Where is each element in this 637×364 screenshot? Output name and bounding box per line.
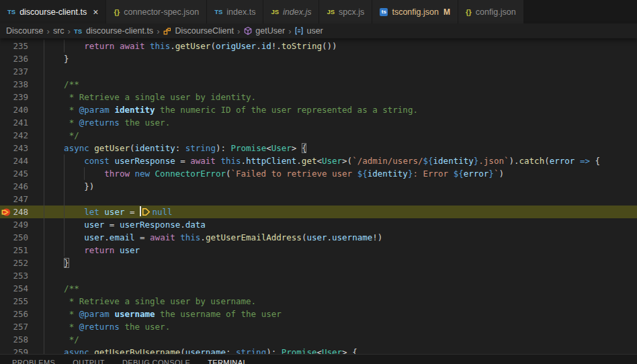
glyph-margin[interactable]	[0, 167, 12, 180]
line-number: 247	[12, 193, 28, 206]
glyph-margin[interactable]	[0, 40, 12, 52]
breadcrumb-label: Discourse	[6, 26, 44, 36]
json-file-icon: {}	[114, 8, 120, 16]
code-text: /**	[28, 282, 637, 295]
line-number: 238	[12, 78, 28, 91]
code-text: return user	[28, 244, 637, 257]
code-line: 254 /**	[0, 282, 637, 295]
glyph-margin[interactable]	[0, 295, 12, 308]
chevron-right-icon: ›	[47, 26, 50, 36]
tab-bar: TSdiscourse-client.ts×{}connector-spec.j…	[0, 0, 637, 24]
glyph-margin[interactable]	[0, 333, 12, 346]
indent-guide	[44, 257, 44, 269]
breadcrumb-item-discourseclient[interactable]: DiscourseClient	[163, 26, 234, 36]
tab-index-js[interactable]: JSindex.js	[263, 0, 319, 24]
tab-tsconfig-json[interactable]: tstsconfig.jsonM	[372, 0, 458, 24]
code-line: 252 }	[0, 257, 637, 269]
tab-spcx-js[interactable]: JSspcx.js	[319, 0, 372, 24]
indent-guide	[44, 218, 44, 231]
glyph-margin[interactable]	[0, 206, 12, 218]
js-file-icon: JS	[327, 8, 335, 15]
tab-connector-spec-json[interactable]: {}connector-spec.json	[106, 0, 207, 24]
line-number: 251	[12, 244, 28, 257]
glyph-margin[interactable]	[0, 142, 12, 154]
line-number: 246	[12, 180, 28, 193]
tab-config-json[interactable]: {}config.json	[458, 0, 524, 24]
glyph-margin[interactable]	[0, 193, 12, 206]
line-number: 256	[12, 308, 28, 320]
code-line: 248 let user = null	[0, 206, 637, 218]
breadcrumb-item-discourse[interactable]: Discourse	[6, 26, 44, 36]
code-text: * @returns the user.	[28, 116, 637, 129]
code-text: user = userResponse.data	[28, 218, 637, 231]
line-number: 248	[12, 206, 28, 218]
glyph-margin[interactable]	[0, 308, 12, 320]
glyph-margin[interactable]	[0, 282, 12, 295]
glyph-margin[interactable]	[0, 116, 12, 129]
js-file-icon: JS	[271, 8, 279, 15]
glyph-margin[interactable]	[0, 346, 12, 354]
indent-guide	[44, 65, 44, 78]
breadcrumb-item-getuser[interactable]: getUser	[243, 26, 285, 36]
indent-guide	[44, 206, 44, 218]
tab-index-ts[interactable]: TSindex.ts	[207, 0, 263, 24]
line-number: 258	[12, 333, 28, 346]
panel-tab-output[interactable]: OUTPUT	[73, 359, 105, 364]
line-number: 249	[12, 218, 28, 231]
tsconfig-file-icon: ts	[380, 8, 388, 16]
indent-guide	[64, 193, 65, 206]
indent-guide	[44, 320, 44, 333]
indent-guide	[84, 167, 85, 180]
close-tab-icon[interactable]: ×	[93, 7, 98, 17]
bottom-panel: PROBLEMSOUTPUTDEBUG CONSOLETERMINAL	[0, 354, 637, 364]
tab-label: index.js	[283, 7, 311, 17]
modified-badge: M	[443, 7, 450, 17]
breadcrumb-item-src[interactable]: src	[53, 26, 65, 36]
line-number: 237	[12, 65, 28, 78]
line-number: 252	[12, 257, 28, 269]
code-line: 259 async getUserByUsername(username: st…	[0, 346, 637, 354]
code-line: 236 }	[0, 52, 637, 65]
glyph-margin[interactable]	[0, 91, 12, 103]
code-line: 251 return user	[0, 244, 637, 257]
panel-tab-problems[interactable]: PROBLEMS	[12, 359, 55, 364]
glyph-margin[interactable]	[0, 52, 12, 65]
line-number: 244	[12, 154, 28, 167]
text-cursor	[140, 206, 141, 216]
indent-guide	[64, 154, 65, 167]
indent-guide	[44, 167, 44, 180]
panel-tab-debug-console[interactable]: DEBUG CONSOLE	[122, 359, 190, 364]
indent-guide	[44, 231, 44, 244]
glyph-margin[interactable]	[0, 231, 12, 244]
breadcrumb-item-discourse-client-ts[interactable]: TSdiscourse-client.ts	[74, 26, 153, 36]
chevron-right-icon: ›	[237, 26, 240, 36]
glyph-margin[interactable]	[0, 103, 12, 116]
glyph-margin[interactable]	[0, 154, 12, 167]
line-number: 240	[12, 103, 28, 116]
code-line: 237	[0, 65, 637, 78]
breadcrumb-item-user[interactable]: user	[294, 26, 323, 36]
code-text	[28, 65, 637, 78]
code-editor[interactable]: 235 return await this.getUser(origUser.i…	[0, 38, 637, 354]
line-number: 236	[12, 52, 28, 65]
glyph-margin[interactable]	[0, 257, 12, 269]
line-number: 235	[12, 40, 28, 52]
glyph-margin[interactable]	[0, 269, 12, 282]
line-number: 243	[12, 142, 28, 154]
breadcrumb-label: getUser	[255, 26, 285, 36]
code-text: let user = null	[28, 206, 637, 218]
glyph-margin[interactable]	[0, 320, 12, 333]
code-text: async getUser(identity: string): Promise…	[28, 142, 637, 154]
class-symbol-icon	[163, 26, 172, 36]
line-number: 255	[12, 295, 28, 308]
glyph-margin[interactable]	[0, 65, 12, 78]
breadcrumb: Discourse›src›TSdiscourse-client.ts›Disc…	[0, 24, 637, 38]
glyph-margin[interactable]	[0, 218, 12, 231]
code-text: }	[28, 52, 637, 65]
glyph-margin[interactable]	[0, 78, 12, 91]
panel-tab-terminal[interactable]: TERMINAL	[208, 359, 247, 364]
tab-discourse-client-ts[interactable]: TSdiscourse-client.ts×	[0, 0, 106, 24]
glyph-margin[interactable]	[0, 244, 12, 257]
glyph-margin[interactable]	[0, 129, 12, 142]
glyph-margin[interactable]	[0, 180, 12, 193]
